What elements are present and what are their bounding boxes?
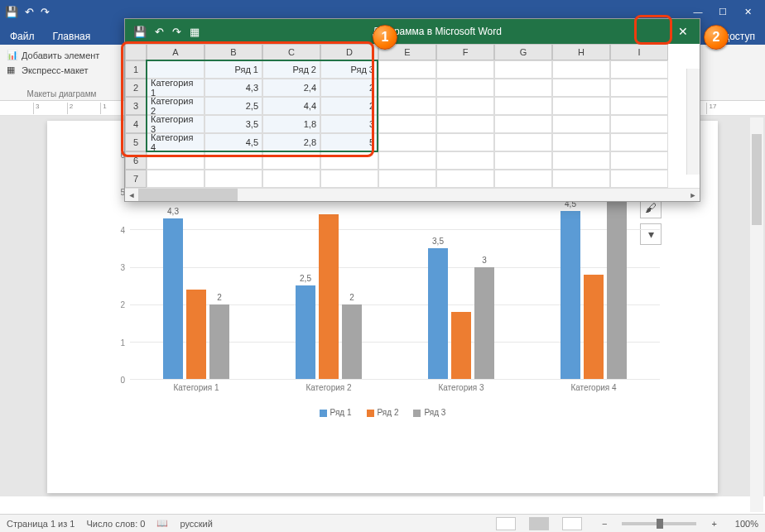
status-page[interactable]: Страница 1 из 1 xyxy=(7,519,75,529)
cell[interactable]: 2 xyxy=(320,97,378,115)
vertical-scrollbar[interactable] xyxy=(750,117,763,512)
legend-item[interactable]: Ряд 1 xyxy=(320,408,352,417)
cell[interactable] xyxy=(436,133,494,151)
excel-redo-icon[interactable]: ↷ xyxy=(172,26,181,38)
cell[interactable] xyxy=(320,170,378,188)
chart-legend[interactable]: Ряд 1Ряд 2Ряд 3 xyxy=(97,408,668,417)
cell[interactable] xyxy=(494,115,552,133)
spellcheck-icon[interactable]: 📖 xyxy=(156,518,168,529)
cell[interactable]: 3 xyxy=(320,115,378,133)
spreadsheet[interactable]: 1234567 ABCDEFGHI Ряд 1Ряд 2Ряд 3Категор… xyxy=(125,44,700,188)
cell[interactable]: 2,4 xyxy=(262,79,320,97)
bar[interactable]: 2,5 xyxy=(296,285,315,379)
col-header[interactable]: B xyxy=(204,44,262,60)
cell[interactable] xyxy=(436,170,494,188)
cell[interactable] xyxy=(147,151,204,170)
word-min-icon[interactable]: — xyxy=(686,7,710,17)
cell[interactable] xyxy=(610,170,668,188)
bar[interactable]: 3,5 xyxy=(428,248,448,379)
zoom-out-button[interactable]: − xyxy=(602,519,607,529)
legend-item[interactable]: Ряд 2 xyxy=(367,408,399,417)
cell[interactable] xyxy=(552,79,610,97)
cell[interactable]: 4,3 xyxy=(204,79,262,97)
view-read-icon[interactable] xyxy=(496,517,516,530)
cell[interactable]: Категория 3 xyxy=(147,115,204,133)
cell[interactable] xyxy=(552,97,610,115)
zoom-in-button[interactable]: + xyxy=(711,519,716,529)
cell[interactable]: 2 xyxy=(320,79,378,97)
excel-undo-icon[interactable]: ↶ xyxy=(155,26,164,38)
cell[interactable] xyxy=(610,97,668,115)
excel-close-button[interactable]: ✕ xyxy=(666,19,700,44)
menu-file[interactable]: Файл xyxy=(7,28,38,45)
redo-icon[interactable]: ↷ xyxy=(41,6,50,18)
cell[interactable]: 2,5 xyxy=(204,97,262,115)
row-header[interactable]: 4 xyxy=(125,115,147,133)
col-header[interactable]: F xyxy=(436,44,494,60)
col-header[interactable]: G xyxy=(494,44,552,60)
cell[interactable] xyxy=(378,170,436,188)
excel-vscrollbar[interactable] xyxy=(686,69,700,175)
word-max-icon[interactable]: ☐ xyxy=(710,7,735,17)
row-header[interactable]: 3 xyxy=(125,97,147,115)
legend-item[interactable]: Ряд 3 xyxy=(413,408,445,417)
bar[interactable]: 4,5 xyxy=(561,211,580,379)
row-header[interactable]: 7 xyxy=(125,170,147,188)
cell[interactable] xyxy=(436,151,494,170)
col-header[interactable]: I xyxy=(610,44,668,60)
bar[interactable] xyxy=(584,275,604,379)
cell[interactable] xyxy=(610,133,668,151)
quick-layout-button[interactable]: ▦ Экспресс-макет xyxy=(7,63,117,78)
cell[interactable]: 2,8 xyxy=(262,133,320,151)
excel-hscrollbar[interactable]: ◄► xyxy=(125,188,700,201)
excel-edit-icon[interactable]: ▦ xyxy=(190,26,200,38)
cell[interactable]: Категория 2 xyxy=(147,97,204,115)
row-header[interactable]: 1 xyxy=(125,60,147,79)
excel-save-icon[interactable]: 💾 xyxy=(133,26,147,38)
bar[interactable] xyxy=(186,290,206,379)
row-header[interactable]: 5 xyxy=(125,133,147,151)
bar[interactable] xyxy=(319,214,339,379)
add-chart-element-button[interactable]: 📊 Добавить элемент xyxy=(7,48,117,63)
bar[interactable]: 3 xyxy=(474,267,494,380)
cell[interactable] xyxy=(436,79,494,97)
col-header[interactable]: H xyxy=(552,44,610,60)
save-icon[interactable]: 💾 xyxy=(5,6,18,18)
cell[interactable] xyxy=(320,151,378,170)
cell[interactable]: Категория 1 xyxy=(147,79,204,97)
cell[interactable] xyxy=(378,60,436,79)
cell[interactable] xyxy=(147,170,204,188)
cell[interactable] xyxy=(494,60,552,79)
word-close-icon[interactable]: ✕ xyxy=(735,7,760,17)
cell[interactable] xyxy=(552,60,610,79)
cell[interactable] xyxy=(494,79,552,97)
cell[interactable]: 1,8 xyxy=(262,115,320,133)
undo-icon[interactable]: ↶ xyxy=(25,6,34,18)
cell[interactable] xyxy=(262,170,320,188)
cell[interactable]: 4,5 xyxy=(204,133,262,151)
bar[interactable]: 2 xyxy=(342,304,362,379)
cell[interactable] xyxy=(610,115,668,133)
cell[interactable]: Категория 4 xyxy=(147,133,204,151)
view-print-icon[interactable] xyxy=(529,517,549,530)
cell[interactable] xyxy=(378,115,436,133)
zoom-level[interactable]: 100% xyxy=(735,519,758,529)
status-language[interactable]: русский xyxy=(180,519,212,529)
cell[interactable] xyxy=(378,133,436,151)
cell[interactable] xyxy=(552,151,610,170)
col-header[interactable]: D xyxy=(320,44,378,60)
status-wordcount[interactable]: Число слов: 0 xyxy=(86,519,145,529)
cell[interactable]: Ряд 2 xyxy=(262,60,320,79)
cell[interactable] xyxy=(552,115,610,133)
cell[interactable]: 4,4 xyxy=(262,97,320,115)
cell[interactable]: Ряд 3 xyxy=(320,60,378,79)
select-all-corner[interactable] xyxy=(125,44,147,60)
cell[interactable] xyxy=(610,151,668,170)
cell[interactable] xyxy=(204,151,262,170)
cell[interactable] xyxy=(552,170,610,188)
bar[interactable]: 5 xyxy=(607,192,627,379)
cell[interactable] xyxy=(436,97,494,115)
cell[interactable] xyxy=(378,151,436,170)
cell[interactable] xyxy=(610,79,668,97)
zoom-slider[interactable] xyxy=(622,522,696,525)
